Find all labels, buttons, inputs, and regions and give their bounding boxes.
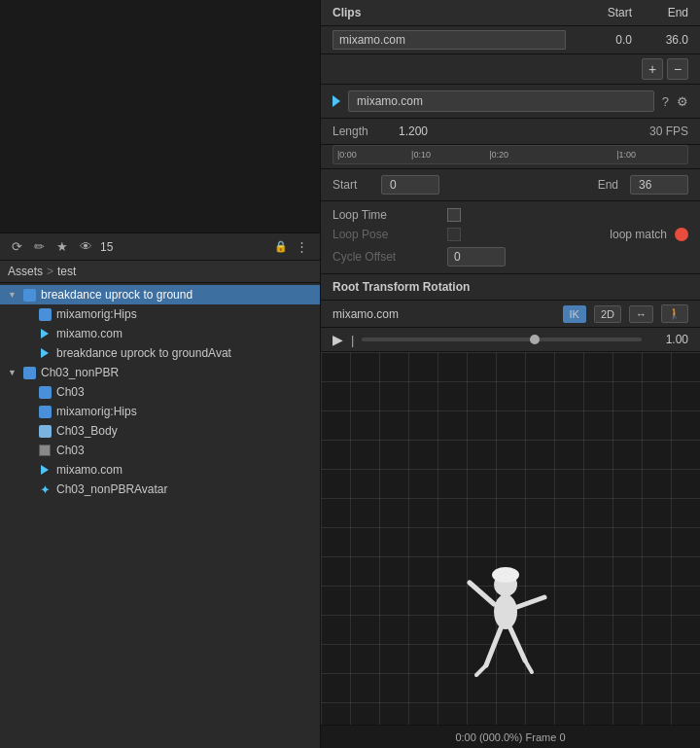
loop-time-label: Loop Time	[332, 208, 439, 222]
length-value: 1.200	[399, 125, 428, 138]
label-anim1: mixamo.com	[56, 327, 122, 340]
lock-icon: 🔒	[274, 240, 288, 253]
end-input[interactable]	[630, 175, 688, 195]
pencil-icon-btn[interactable]: ✏	[30, 237, 49, 256]
star-icon-btn[interactable]: ★	[52, 237, 72, 256]
svg-line-8	[525, 660, 532, 672]
label-nonpbr: Ch03_nonPBR	[41, 366, 119, 379]
toolbar-right: 🔒 ⋮	[274, 237, 312, 256]
timeline-marker-2: |0:20	[489, 150, 508, 160]
clips-row-start: 0.0	[574, 33, 632, 47]
loop-time-checkbox[interactable]	[447, 208, 461, 222]
tree-item-nonpbr[interactable]: ▼ Ch03_nonPBR	[0, 363, 320, 382]
timeline-ruler[interactable]: |0:00 |0:10 |0:20 |1:00	[332, 145, 688, 164]
add-clip-button[interactable]: +	[642, 58, 663, 80]
eye-icon-btn[interactable]: 👁	[76, 237, 96, 256]
svg-point-2	[492, 567, 519, 583]
icon-breakdance	[21, 287, 37, 303]
svg-line-7	[476, 665, 486, 675]
play-button[interactable]: ▶	[332, 332, 343, 347]
breadcrumb-separator: >	[47, 265, 53, 278]
svg-line-6	[510, 628, 525, 660]
sync-icon-btn[interactable]: ⟳	[8, 237, 26, 256]
tree-item-hips1[interactable]: mixamorig:Hips	[0, 304, 320, 324]
length-row: Length 1.200 30 FPS	[321, 119, 700, 145]
tree-item-avatar1[interactable]: breakdance uprock to groundAvat	[0, 343, 320, 363]
svg-line-5	[486, 628, 501, 665]
label-avatar2: Ch03_nonPBRAvatar	[56, 482, 168, 496]
label-hips2: mixamorig:Hips	[56, 405, 137, 418]
tree-item-avatar2[interactable]: ✦ Ch03_nonPBRAvatar	[0, 480, 320, 499]
playback-slider[interactable]	[362, 338, 642, 341]
2d-button[interactable]: 2D	[594, 305, 621, 323]
preview-toolbar: mixamo.com IK 2D ↔ 🚶	[321, 301, 700, 328]
cycle-offset-label: Cycle Offset	[332, 250, 439, 264]
breadcrumb-current[interactable]: test	[57, 265, 76, 278]
icon-avatar2: ✦	[37, 481, 52, 497]
cycle-offset-input[interactable]	[447, 247, 506, 267]
pose-button[interactable]: ↔	[629, 305, 653, 323]
icon-nonpbr	[21, 365, 37, 380]
tree-item-ch03b[interactable]: Ch03	[0, 441, 320, 460]
label-hips1: mixamorig:Hips	[56, 307, 137, 321]
loop-match-label: loop match	[610, 228, 667, 241]
loop-match-indicator	[675, 228, 688, 241]
loop-pose-row: Loop Pose loop match	[332, 225, 688, 244]
label-body: Ch03_Body	[56, 424, 118, 438]
playback-bar: ▶ | 1.00	[321, 328, 700, 352]
timeline-marker-0: |0:00	[337, 150, 357, 160]
label-breakdance: breakdance uprock to ground	[41, 288, 192, 302]
icon-ch03a	[37, 384, 52, 400]
viewport[interactable]: 0:00 (000.0%) Frame 0	[321, 352, 700, 748]
clips-title: Clips	[332, 6, 566, 19]
clips-header: Clips Start End	[321, 0, 700, 26]
label-ch03a: Ch03	[56, 385, 85, 399]
settings-button[interactable]: ⚙	[677, 94, 688, 109]
timeline-marker-1: |0:10	[411, 150, 431, 160]
help-button[interactable]: ?	[662, 94, 669, 109]
clips-row-end: 36.0	[640, 33, 688, 47]
length-label: Length	[332, 125, 391, 138]
start-end-row: Start End	[321, 169, 700, 201]
breadcrumb-root[interactable]: Assets	[8, 265, 43, 278]
anim-triangle-icon	[332, 95, 340, 107]
ik-button[interactable]: IK	[563, 305, 586, 323]
asset-toolbar: ⟳ ✏ ★ 👁 15 🔒 ⋮	[0, 233, 320, 261]
toolbar-left: ⟳ ✏ ★ 👁 15	[8, 237, 113, 256]
playback-divider: |	[351, 333, 354, 347]
label-ch03b: Ch03	[56, 444, 85, 457]
anim-name-input[interactable]	[348, 90, 654, 112]
clips-end-header: End	[640, 6, 688, 19]
icon-hips1	[37, 306, 52, 322]
playback-thumb[interactable]	[530, 335, 540, 344]
loop-pose-checkbox[interactable]	[447, 228, 461, 241]
clips-row-name-input[interactable]	[332, 30, 566, 50]
playback-value: 1.00	[649, 333, 688, 346]
svg-point-0	[494, 594, 517, 629]
svg-line-3	[470, 583, 494, 604]
fps-value: 30 FPS	[649, 125, 688, 138]
tree-item-anim1[interactable]: mixamo.com	[0, 324, 320, 343]
tree-view: ▼ breakdance uprock to ground mixamorig:…	[0, 283, 320, 748]
tree-item-hips2[interactable]: mixamorig:Hips	[0, 402, 320, 421]
tree-item-body[interactable]: Ch03_Body	[0, 421, 320, 441]
root-transform-row: Root Transform Rotation	[321, 274, 700, 301]
icon-ch03b	[37, 443, 52, 458]
asset-browser: ⟳ ✏ ★ 👁 15 🔒 ⋮ Assets > test ▼	[0, 233, 320, 748]
right-panel: Clips Start End 0.0 36.0 + − ? ⚙ Length …	[321, 0, 700, 748]
icon-anim2	[37, 462, 52, 478]
start-input[interactable]	[381, 175, 439, 195]
remove-clip-button[interactable]: −	[667, 58, 688, 80]
tree-item-breakdance[interactable]: ▼ breakdance uprock to ground	[0, 285, 320, 304]
icon-anim1	[37, 326, 52, 341]
preview-name: mixamo.com	[332, 307, 555, 321]
end-label: End	[598, 178, 618, 192]
anim-clip-header: ? ⚙	[321, 85, 700, 119]
avatar-button[interactable]: 🚶	[661, 304, 688, 323]
tree-item-anim2[interactable]: mixamo.com	[0, 460, 320, 480]
tree-item-ch03a[interactable]: Ch03	[0, 382, 320, 402]
label-avatar1: breakdance uprock to groundAvat	[56, 346, 231, 360]
menu-icon-btn[interactable]: ⋮	[292, 237, 312, 256]
clips-add-row: + −	[321, 54, 700, 85]
clips-start-header: Start	[574, 6, 632, 19]
